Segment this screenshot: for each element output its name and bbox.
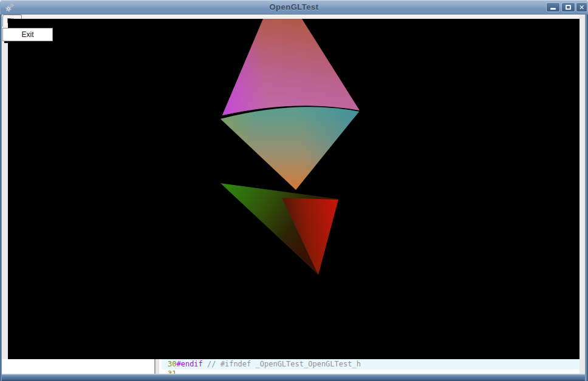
minimize-button[interactable] — [546, 2, 560, 12]
frame-inner-strip-left — [2, 19, 8, 359]
opengl-viewport[interactable] — [8, 19, 579, 359]
window-title: OpenGLTest — [0, 2, 588, 12]
close-icon: ✕ — [579, 3, 584, 12]
frame-inner-strip-right — [579, 15, 585, 374]
file-menu-popup: Exit — [2, 28, 53, 41]
window-border-bottom — [0, 374, 588, 381]
line-number: 31 — [162, 369, 176, 374]
menu-item-exit[interactable]: Exit — [3, 30, 52, 39]
titlebar[interactable]: OpenGLTest ✕ — [0, 0, 588, 15]
background-editor-strip: 30#endif // #ifndef _OpenGLTest_OpenGLTe… — [2, 359, 579, 374]
editor-left-pane — [2, 359, 154, 374]
editor-code-line: 31 — [162, 369, 579, 374]
bicone-lower-cone-olive-tint — [220, 107, 359, 190]
maximize-button[interactable] — [561, 2, 575, 12]
editor-code-line: 30#endif // #ifndef _OpenGLTest_OpenGLTe… — [162, 359, 579, 369]
code-directive: #endif — [176, 360, 202, 368]
window-border-right — [585, 12, 588, 381]
line-number: 30 — [162, 360, 176, 368]
window-border-left — [0, 12, 2, 381]
code-comment: // #ifndef _OpenGLTest_OpenGLTest_h — [203, 360, 361, 368]
maximize-icon — [566, 5, 571, 10]
opengl-test-window: 30#endif // #ifndef _OpenGLTest_OpenGLTe… — [0, 0, 588, 381]
close-button[interactable]: ✕ — [576, 2, 587, 12]
bicone-upper-cone-tint — [222, 19, 360, 115]
minimize-icon — [550, 8, 556, 10]
editor-gutter-margin — [156, 359, 160, 374]
opengl-scene — [8, 19, 579, 359]
